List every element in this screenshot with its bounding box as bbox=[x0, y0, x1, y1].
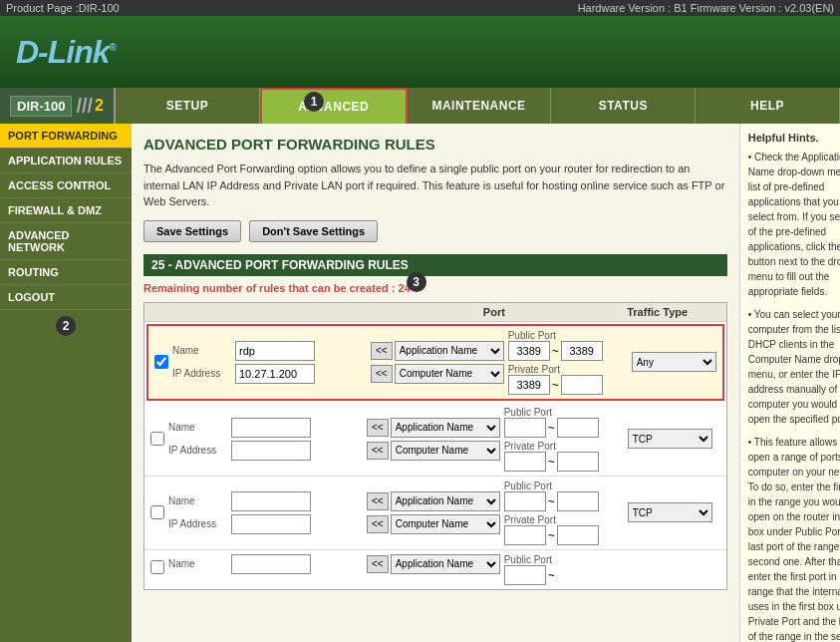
port-section-3: Public Port ~ Private Port ~ bbox=[504, 481, 624, 545]
private-port-label-3: Private Port bbox=[504, 514, 624, 525]
name-label-3: Name bbox=[168, 495, 228, 506]
private-port-group: Private Port ~ bbox=[508, 364, 628, 395]
computer-name-select-3[interactable]: Computer Name bbox=[391, 514, 500, 534]
app-arrow-btn-2[interactable]: << bbox=[367, 419, 389, 437]
public-port-end-1[interactable] bbox=[561, 341, 603, 361]
rule-checkbox-4[interactable] bbox=[150, 560, 164, 574]
top-bar: Product Page :DIR-100 Hardware Version :… bbox=[0, 0, 840, 16]
traffic-select-2[interactable]: TCP Any UDP bbox=[628, 429, 712, 449]
app-row-4: << Application Name bbox=[367, 554, 500, 574]
rule-row-4: Name << Application Name bbox=[144, 550, 726, 589]
sidebar-item-application-rules[interactable]: APPLICATION RULES bbox=[0, 149, 132, 173]
computer-arrow-btn-2[interactable]: << bbox=[367, 442, 389, 460]
col-traffic-label: Traffic Type bbox=[613, 306, 702, 318]
public-port-end-2[interactable] bbox=[557, 418, 599, 438]
ip-input-2[interactable] bbox=[231, 441, 311, 461]
name-input-4[interactable] bbox=[231, 554, 311, 574]
private-port-end-2[interactable] bbox=[557, 452, 599, 472]
tab-help[interactable]: HELP bbox=[696, 88, 840, 124]
tab-setup[interactable]: SETUP bbox=[116, 88, 260, 124]
public-port-inputs-3: ~ bbox=[504, 491, 624, 511]
firmware-version-label: Hardware Version : B1 Firmware Version :… bbox=[578, 2, 834, 14]
private-port-inputs: ~ bbox=[508, 375, 628, 395]
name-input-2[interactable] bbox=[231, 418, 311, 438]
help-title: Helpful Hints. bbox=[748, 132, 840, 144]
ip-label-3: IP Address bbox=[168, 518, 228, 529]
app-name-select-3[interactable]: Application Name bbox=[391, 491, 500, 511]
sidebar-item-port-forwarding[interactable]: PORT FORWARDING bbox=[0, 124, 132, 149]
public-port-inputs-4: ~ bbox=[504, 565, 624, 585]
public-port-start-3[interactable] bbox=[504, 491, 546, 511]
public-port-group: Public Port ~ bbox=[508, 330, 628, 361]
private-port-start-2[interactable] bbox=[504, 452, 546, 472]
rule-arrow-dropdown-section: << Application Name << Computer Name bbox=[371, 341, 504, 384]
sidebar: PORT FORWARDING APPLICATION RULES ACCESS… bbox=[0, 124, 132, 642]
app-arrow-btn-4[interactable]: << bbox=[367, 555, 389, 573]
public-port-end-3[interactable] bbox=[557, 491, 599, 511]
computer-arrow-btn-1[interactable]: << bbox=[371, 365, 393, 383]
ip-row-2: IP Address bbox=[168, 441, 363, 461]
public-port-start-2[interactable] bbox=[504, 418, 546, 438]
private-port-start-1[interactable] bbox=[508, 375, 550, 395]
private-port-end-3[interactable] bbox=[557, 525, 599, 545]
traffic-select-1[interactable]: Any TCP UDP bbox=[632, 352, 716, 372]
traffic-select-3[interactable]: TCP Any UDP bbox=[628, 502, 712, 522]
app-name-select-2[interactable]: Application Name bbox=[391, 418, 500, 438]
private-port-group-3: Private Port ~ bbox=[504, 514, 624, 545]
app-name-select-1[interactable]: Application Name bbox=[395, 341, 504, 361]
ip-input-3[interactable] bbox=[231, 514, 311, 534]
section-title: 25 - ADVANCED PORT FORWARDING RULES bbox=[143, 254, 727, 276]
traffic-section-1: Any TCP UDP bbox=[632, 352, 716, 372]
logo-link: -Link bbox=[38, 34, 109, 70]
public-port-label-4: Public Port bbox=[504, 554, 624, 565]
traffic-section-3: TCP Any UDP bbox=[628, 502, 712, 522]
name-input-1[interactable] bbox=[235, 341, 315, 361]
computer-name-select-1[interactable]: Computer Name bbox=[395, 364, 504, 384]
sidebar-item-access-control[interactable]: ACCESS CONTROL bbox=[0, 173, 132, 198]
port-section-1: Public Port ~ Private Port ~ bbox=[508, 330, 628, 395]
sidebar-item-routing[interactable]: ROUTING bbox=[0, 260, 132, 285]
hint-1: • Check the Application Name drop-down m… bbox=[748, 150, 840, 299]
computer-row-2: << Computer Name bbox=[367, 441, 500, 461]
ip-input-1[interactable] bbox=[235, 364, 315, 384]
private-port-end-1[interactable] bbox=[561, 375, 603, 395]
private-port-start-3[interactable] bbox=[504, 525, 546, 545]
public-port-start-1[interactable] bbox=[508, 341, 550, 361]
computer-row-3: << Computer Name bbox=[367, 514, 500, 534]
sidebar-item-advanced-network[interactable]: ADVANCED NETWORK bbox=[0, 223, 132, 260]
computer-name-row: << Computer Name bbox=[371, 364, 504, 384]
rule-checkbox-3[interactable] bbox=[150, 505, 164, 519]
registered-trademark: ® bbox=[110, 42, 116, 53]
tab-maintenance[interactable]: MAINTENANCE bbox=[408, 88, 552, 124]
app-arrow-btn-1[interactable]: << bbox=[371, 342, 393, 360]
button-row: Save Settings Don't Save Settings bbox=[143, 220, 727, 242]
sidebar-item-logout[interactable]: LOGOUT bbox=[0, 285, 132, 310]
dont-save-settings-button[interactable]: Don't Save Settings bbox=[249, 220, 378, 242]
app-name-row: << Application Name bbox=[371, 341, 504, 361]
computer-arrow-btn-3[interactable]: << bbox=[367, 515, 389, 533]
tab-status[interactable]: STATUS bbox=[551, 88, 696, 124]
save-settings-button[interactable]: Save Settings bbox=[143, 220, 241, 242]
step-badge-3: 3 bbox=[407, 272, 426, 292]
rule-checkbox-1[interactable] bbox=[154, 355, 168, 369]
app-computer-section-2: << Application Name << Computer Name bbox=[367, 418, 500, 461]
tab-advanced[interactable]: ADVANCED bbox=[260, 88, 408, 124]
rules-table-header: Port Traffic Type bbox=[144, 303, 726, 322]
port-section-2: Public Port ~ Private Port ~ bbox=[504, 407, 624, 472]
port-section-4: Public Port ~ bbox=[504, 554, 624, 585]
app-arrow-btn-3[interactable]: << bbox=[367, 492, 389, 510]
public-port-start-4[interactable] bbox=[504, 565, 546, 585]
step-badge-2: 2 bbox=[56, 316, 76, 336]
name-label-2: Name bbox=[168, 422, 228, 433]
app-name-select-4[interactable]: Application Name bbox=[391, 554, 500, 574]
name-input-3[interactable] bbox=[231, 491, 311, 511]
rule-checkbox-2[interactable] bbox=[150, 432, 164, 446]
app-section-4: << Application Name bbox=[367, 554, 500, 574]
public-port-label-2: Public Port bbox=[504, 407, 624, 418]
help-panel: Helpful Hints. • Check the Application N… bbox=[739, 124, 840, 642]
private-port-inputs-2: ~ bbox=[504, 452, 624, 472]
private-port-label: Private Port bbox=[508, 364, 628, 375]
sidebar-item-firewall-dmz[interactable]: FIREWALL & DMZ bbox=[0, 198, 132, 223]
computer-name-select-2[interactable]: Computer Name bbox=[391, 441, 500, 461]
rule-row-1: Name IP Address << Application Name bbox=[146, 324, 724, 401]
